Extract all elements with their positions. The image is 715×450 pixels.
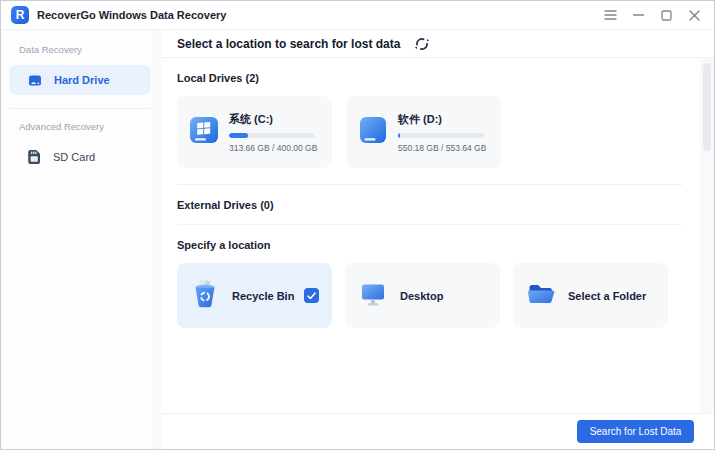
sidebar-section-label: Advanced Recovery bbox=[19, 121, 161, 132]
drive-name: 软件 (D:) bbox=[398, 112, 486, 127]
sidebar-item-label: Hard Drive bbox=[54, 74, 110, 86]
recycle-bin-icon bbox=[190, 279, 220, 313]
windows-drive-icon bbox=[186, 113, 222, 151]
page-title: Select a location to search for lost dat… bbox=[177, 37, 400, 51]
main-header: Select a location to search for lost dat… bbox=[161, 30, 714, 58]
scrollbar-thumb[interactable] bbox=[703, 63, 711, 151]
location-options-row: Recycle Bin bbox=[177, 263, 682, 328]
maximize-icon[interactable] bbox=[652, 1, 680, 30]
content-area: Local Drives (2) bbox=[161, 58, 714, 413]
sidebar-scroll-gutter bbox=[152, 30, 161, 449]
main-panel: Select a location to search for lost dat… bbox=[161, 30, 714, 449]
sd-card-icon bbox=[27, 149, 42, 165]
sidebar-item-label: SD Card bbox=[53, 151, 95, 163]
drive-card-c[interactable]: 系统 (C:) 313.66 GB / 400.00 GB bbox=[177, 96, 332, 168]
drive-usage-text: 550.18 GB / 553.64 GB bbox=[398, 143, 486, 153]
location-label: Recycle Bin bbox=[232, 290, 294, 302]
close-icon[interactable] bbox=[680, 1, 708, 30]
section-title-local-drives: Local Drives (2) bbox=[177, 72, 682, 84]
section-title-specify-location: Specify a location bbox=[177, 239, 682, 251]
drive-info: 系统 (C:) 313.66 GB / 400.00 GB bbox=[229, 112, 317, 153]
sidebar: Data Recovery Hard Drive Advanced Recove… bbox=[1, 30, 161, 449]
drive-card-d[interactable]: 软件 (D:) 550.18 GB / 553.64 GB bbox=[346, 96, 501, 168]
drive-info: 软件 (D:) 550.18 GB / 553.64 GB bbox=[398, 112, 486, 153]
menu-icon[interactable] bbox=[596, 1, 624, 30]
location-card-recycle-bin[interactable]: Recycle Bin bbox=[177, 263, 332, 328]
drive-usage-bar-fill bbox=[398, 133, 400, 138]
drive-usage-bar bbox=[229, 133, 315, 138]
footer: Search for Lost Data bbox=[161, 413, 714, 449]
scrollbar-track[interactable] bbox=[700, 58, 714, 413]
recycle-bin-checkbox[interactable] bbox=[304, 288, 319, 303]
sidebar-divider bbox=[9, 108, 151, 109]
sidebar-item-hard-drive[interactable]: Hard Drive bbox=[9, 65, 151, 95]
app-logo-icon: R bbox=[11, 6, 29, 24]
refresh-icon[interactable] bbox=[414, 36, 430, 52]
app-title: RecoverGo Windows Data Recovery bbox=[37, 9, 226, 21]
desktop-icon bbox=[358, 279, 388, 313]
folder-icon bbox=[526, 279, 556, 313]
drive-usage-bar-fill bbox=[229, 133, 248, 138]
location-card-desktop[interactable]: Desktop bbox=[345, 263, 500, 328]
sidebar-item-sd-card[interactable]: SD Card bbox=[9, 142, 151, 172]
minimize-icon[interactable] bbox=[624, 1, 652, 30]
drive-usage-text: 313.66 GB / 400.00 GB bbox=[229, 143, 317, 153]
local-drives-row: 系统 (C:) 313.66 GB / 400.00 GB bbox=[177, 96, 682, 168]
app-window: R RecoverGo Windows Data Recovery Data R… bbox=[0, 0, 715, 450]
divider bbox=[177, 184, 682, 185]
sidebar-section-label: Data Recovery bbox=[19, 44, 161, 55]
search-lost-data-button[interactable]: Search for Lost Data bbox=[577, 420, 694, 443]
hard-drive-icon bbox=[27, 72, 43, 88]
location-card-select-folder[interactable]: Select a Folder bbox=[513, 263, 668, 328]
section-title-external-drives: External Drives (0) bbox=[177, 199, 682, 211]
titlebar: R RecoverGo Windows Data Recovery bbox=[1, 1, 714, 30]
location-label: Desktop bbox=[400, 290, 443, 302]
location-label: Select a Folder bbox=[568, 290, 646, 302]
drive-icon bbox=[355, 113, 391, 151]
drive-name: 系统 (C:) bbox=[229, 112, 317, 127]
drive-usage-bar bbox=[398, 133, 484, 138]
divider bbox=[177, 224, 682, 225]
